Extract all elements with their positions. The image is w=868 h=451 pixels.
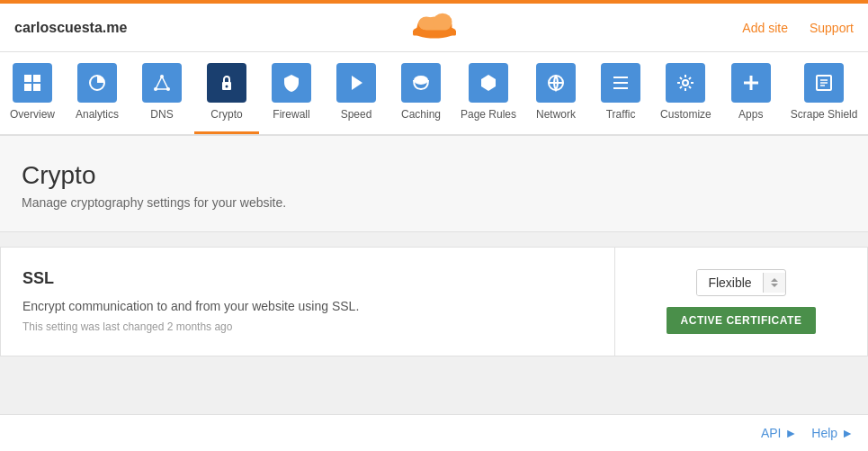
ssl-card-right: Flexible ACTIVE CERTIFICATE bbox=[615, 248, 867, 356]
caching-icon bbox=[401, 63, 441, 103]
svg-rect-7 bbox=[24, 75, 31, 82]
nav-item-network[interactable]: Network bbox=[523, 52, 588, 134]
firewall-icon bbox=[272, 63, 311, 103]
arrow-down-icon bbox=[771, 284, 778, 287]
nav-label-crypto: Crypto bbox=[210, 108, 242, 121]
analytics-icon bbox=[77, 63, 117, 103]
crypto-icon bbox=[207, 63, 246, 103]
nav-label-speed: Speed bbox=[341, 108, 372, 121]
speed-icon bbox=[336, 63, 376, 103]
nav-label-customize: Customize bbox=[660, 108, 711, 121]
arrow-up-icon bbox=[771, 278, 778, 282]
ssl-title: SSL bbox=[22, 269, 593, 288]
nav-item-overview[interactable]: Overview bbox=[0, 52, 65, 134]
nav-item-speed[interactable]: Speed bbox=[324, 52, 389, 134]
nav-item-customize[interactable]: Customize bbox=[653, 52, 719, 134]
nav-item-page-rules[interactable]: Page Rules bbox=[453, 52, 523, 134]
svg-rect-26 bbox=[613, 82, 628, 84]
ssl-select-arrow[interactable] bbox=[763, 273, 785, 293]
customize-icon bbox=[666, 63, 705, 103]
nav-label-network: Network bbox=[536, 108, 576, 121]
page-title: Crypto bbox=[22, 161, 846, 190]
svg-line-16 bbox=[162, 77, 168, 89]
nav-item-analytics[interactable]: Analytics bbox=[65, 52, 130, 134]
apps-icon bbox=[731, 63, 771, 103]
nav-item-dns[interactable]: DNS bbox=[130, 52, 194, 134]
svg-marker-20 bbox=[352, 76, 362, 90]
scrape-shield-icon bbox=[804, 63, 844, 103]
add-site-link[interactable]: Add site bbox=[742, 21, 788, 35]
svg-line-15 bbox=[156, 77, 162, 89]
nav-item-crypto[interactable]: Crypto bbox=[194, 52, 259, 134]
svg-marker-22 bbox=[481, 75, 496, 91]
nav-label-overview: Overview bbox=[10, 108, 55, 121]
ssl-card-left: SSL Encrypt communication to and from yo… bbox=[1, 248, 615, 356]
nav-label-dns: DNS bbox=[150, 108, 173, 121]
nav-label-traffic: Traffic bbox=[606, 108, 636, 121]
ssl-card: SSL Encrypt communication to and from yo… bbox=[0, 247, 868, 356]
svg-point-4 bbox=[418, 17, 434, 31]
page-rules-icon bbox=[469, 63, 508, 103]
overview-icon bbox=[13, 63, 52, 103]
svg-point-5 bbox=[433, 14, 452, 32]
ssl-meta: This setting was last changed 2 months a… bbox=[22, 320, 593, 333]
nav-label-scrape-shield: Scrape Shield bbox=[791, 108, 858, 121]
svg-rect-9 bbox=[24, 84, 31, 91]
network-icon bbox=[536, 63, 576, 103]
logo-container bbox=[407, 10, 461, 45]
svg-point-21 bbox=[414, 76, 428, 85]
nav-item-apps[interactable]: Apps bbox=[719, 52, 783, 134]
support-link[interactable]: Support bbox=[810, 21, 854, 35]
nav-item-scrape-shield[interactable]: Scrape Shield bbox=[783, 52, 865, 134]
nav-label-page-rules: Page Rules bbox=[461, 108, 516, 121]
nav-label-analytics: Analytics bbox=[76, 108, 119, 121]
content-area: SSL Encrypt communication to and from yo… bbox=[0, 232, 868, 356]
cloudflare-logo bbox=[407, 10, 461, 42]
svg-rect-10 bbox=[33, 84, 40, 91]
svg-point-19 bbox=[226, 86, 228, 88]
svg-rect-25 bbox=[613, 77, 628, 78]
svg-rect-6 bbox=[413, 31, 456, 36]
nav-bar: Overview Analytics DNS Crypto Firewall S… bbox=[0, 52, 868, 136]
site-name: carloscuesta.me bbox=[14, 20, 127, 36]
ssl-select-value: Flexible bbox=[697, 270, 762, 295]
active-certificate-button[interactable]: ACTIVE CERTIFICATE bbox=[667, 307, 817, 334]
ssl-description: Encrypt communication to and from your w… bbox=[22, 299, 593, 313]
nav-label-apps: Apps bbox=[738, 108, 763, 121]
top-bar: carloscuesta.me Add site Support bbox=[0, 4, 868, 52]
svg-point-28 bbox=[683, 80, 688, 86]
svg-rect-27 bbox=[613, 87, 628, 89]
dns-icon bbox=[142, 63, 182, 103]
svg-rect-8 bbox=[33, 75, 40, 82]
nav-item-firewall[interactable]: Firewall bbox=[259, 52, 324, 134]
traffic-icon bbox=[601, 63, 640, 103]
nav-item-traffic[interactable]: Traffic bbox=[588, 52, 653, 134]
nav-label-caching: Caching bbox=[401, 108, 441, 121]
ssl-select-wrapper[interactable]: Flexible bbox=[696, 269, 785, 296]
nav-label-firewall: Firewall bbox=[273, 108, 309, 121]
nav-item-caching[interactable]: Caching bbox=[389, 52, 453, 134]
top-links: Add site Support bbox=[742, 21, 854, 35]
page-header: Crypto Manage cryptography settings for … bbox=[0, 136, 868, 232]
page-subtitle: Manage cryptography settings for your we… bbox=[22, 195, 846, 210]
